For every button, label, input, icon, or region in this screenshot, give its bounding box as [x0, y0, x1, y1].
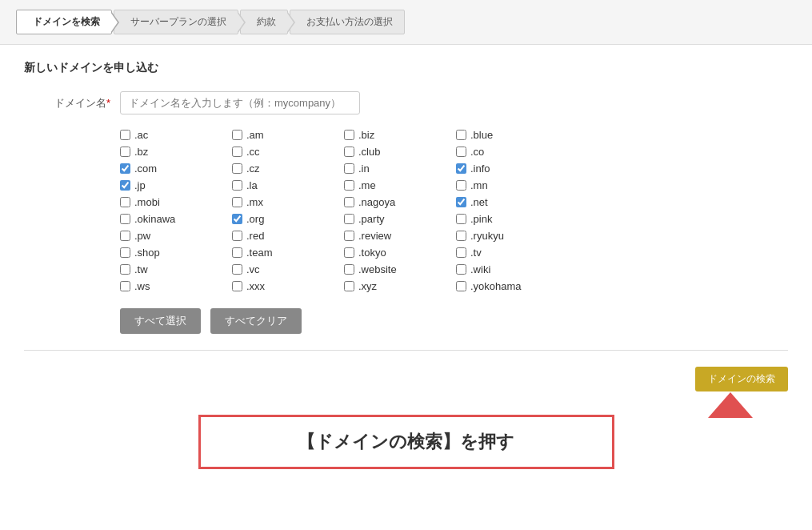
checkbox-red[interactable]: [232, 231, 242, 241]
checkbox-pw[interactable]: [120, 231, 130, 241]
button-row: すべて選択 すべてクリア: [120, 308, 788, 334]
checkbox-party[interactable]: [344, 214, 354, 224]
checkbox-ws[interactable]: [120, 281, 130, 291]
clear-all-button[interactable]: すべてクリア: [210, 308, 302, 334]
checkbox-co[interactable]: [456, 147, 466, 157]
domain-label-com: .com: [134, 163, 157, 175]
domain-label-pw: .pw: [134, 230, 150, 242]
checkbox-club[interactable]: [344, 147, 354, 157]
checkbox-ryukyu[interactable]: [456, 231, 466, 241]
checkbox-la[interactable]: [232, 180, 242, 191]
checkbox-item-nagoya[interactable]: .nagoya: [344, 196, 456, 208]
checkbox-review[interactable]: [344, 231, 354, 241]
domain-label-mx: .mx: [246, 196, 263, 208]
checkbox-item-blue[interactable]: .blue: [456, 129, 568, 141]
checkbox-yokohama[interactable]: [456, 281, 466, 291]
checkbox-item-shop[interactable]: .shop: [120, 247, 232, 259]
search-domain-button[interactable]: ドメインの検索: [695, 367, 788, 391]
breadcrumb-item-2[interactable]: 約款: [240, 10, 288, 34]
checkbox-item-mx[interactable]: .mx: [232, 196, 344, 208]
checkbox-item-vc[interactable]: .vc: [232, 263, 344, 275]
checkbox-item-in[interactable]: .in: [344, 163, 456, 175]
checkbox-blue[interactable]: [456, 130, 466, 140]
checkbox-item-la[interactable]: .la: [232, 179, 344, 191]
checkbox-xxx[interactable]: [232, 281, 242, 291]
checkbox-item-info[interactable]: .info: [456, 163, 568, 175]
domain-label-cc: .cc: [246, 146, 260, 158]
checkbox-am[interactable]: [232, 130, 242, 140]
checkbox-item-okinawa[interactable]: .okinawa: [120, 213, 232, 225]
checkbox-item-tw[interactable]: .tw: [120, 263, 232, 275]
checkbox-item-club[interactable]: .club: [344, 146, 456, 158]
checkbox-item-me[interactable]: .me: [344, 179, 456, 191]
checkbox-jp[interactable]: [120, 180, 130, 191]
checkbox-wiki[interactable]: [456, 264, 466, 275]
checkbox-item-wiki[interactable]: .wiki: [456, 263, 568, 275]
checkbox-cz[interactable]: [232, 163, 242, 174]
checkbox-me[interactable]: [344, 180, 354, 191]
checkbox-item-website[interactable]: .website: [344, 263, 456, 275]
checkbox-item-org[interactable]: .org: [232, 213, 344, 225]
checkbox-net[interactable]: [456, 197, 466, 207]
checkbox-biz[interactable]: [344, 130, 354, 140]
checkbox-item-pw[interactable]: .pw: [120, 230, 232, 242]
checkbox-item-red[interactable]: .red: [232, 230, 344, 242]
checkbox-item-co[interactable]: .co: [456, 146, 568, 158]
checkbox-mn[interactable]: [456, 180, 466, 191]
checkbox-item-cc[interactable]: .cc: [232, 146, 344, 158]
checkbox-item-tv[interactable]: .tv: [456, 247, 568, 259]
checkbox-cc[interactable]: [232, 147, 242, 157]
checkbox-item-ws[interactable]: .ws: [120, 280, 232, 292]
domain-input[interactable]: [120, 91, 360, 114]
checkbox-tw[interactable]: [120, 264, 130, 275]
checkbox-item-biz[interactable]: .biz: [344, 129, 456, 141]
domain-label-wiki: .wiki: [470, 263, 490, 275]
checkbox-in[interactable]: [344, 163, 354, 174]
checkbox-item-net[interactable]: .net: [456, 196, 568, 208]
domain-label-me: .me: [358, 179, 376, 191]
checkbox-bz[interactable]: [120, 147, 130, 157]
checkbox-item-mn[interactable]: .mn: [456, 179, 568, 191]
checkbox-item-cz[interactable]: .cz: [232, 163, 344, 175]
checkbox-item-com[interactable]: .com: [120, 163, 232, 175]
checkbox-tokyo[interactable]: [344, 247, 354, 258]
checkbox-shop[interactable]: [120, 247, 130, 258]
checkbox-vc[interactable]: [232, 264, 242, 275]
checkbox-item-team[interactable]: .team: [232, 247, 344, 259]
checkbox-website[interactable]: [344, 264, 354, 275]
checkbox-item-xyz[interactable]: .xyz: [344, 280, 456, 292]
checkbox-xyz[interactable]: [344, 281, 354, 291]
breadcrumb-item-1[interactable]: サーバープランの選択: [114, 10, 238, 34]
checkbox-mx[interactable]: [232, 197, 242, 207]
checkbox-item-jp[interactable]: .jp: [120, 179, 232, 191]
checkbox-ac[interactable]: [120, 130, 130, 140]
checkbox-org[interactable]: [232, 214, 242, 224]
checkbox-item-party[interactable]: .party: [344, 213, 456, 225]
checkbox-item-xxx[interactable]: .xxx: [232, 280, 344, 292]
bottom-section: ドメインの検索 【ドメインの検索】を押す: [24, 367, 788, 527]
domain-label-xyz: .xyz: [358, 280, 377, 292]
checkbox-item-tokyo[interactable]: .tokyo: [344, 247, 456, 259]
checkbox-nagoya[interactable]: [344, 197, 354, 207]
checkbox-okinawa[interactable]: [120, 214, 130, 224]
checkbox-team[interactable]: [232, 247, 242, 258]
checkbox-item-ac[interactable]: .ac: [120, 129, 232, 141]
domain-label-xxx: .xxx: [246, 280, 265, 292]
checkbox-item-pink[interactable]: .pink: [456, 213, 568, 225]
checkbox-info[interactable]: [456, 163, 466, 174]
domain-label-nagoya: .nagoya: [358, 196, 395, 208]
checkbox-item-yokohama[interactable]: .yokohama: [456, 280, 568, 292]
domain-label-red: .red: [246, 230, 264, 242]
checkbox-item-am[interactable]: .am: [232, 129, 344, 141]
checkbox-tv[interactable]: [456, 247, 466, 258]
checkbox-com[interactable]: [120, 163, 130, 174]
breadcrumb-item-3[interactable]: お支払い方法の選択: [290, 10, 405, 34]
checkbox-item-bz[interactable]: .bz: [120, 146, 232, 158]
select-all-button[interactable]: すべて選択: [120, 308, 201, 334]
checkbox-item-mobi[interactable]: .mobi: [120, 196, 232, 208]
checkbox-pink[interactable]: [456, 214, 466, 224]
checkbox-item-ryukyu[interactable]: .ryukyu: [456, 230, 568, 242]
checkbox-item-review[interactable]: .review: [344, 230, 456, 242]
checkbox-mobi[interactable]: [120, 197, 130, 207]
main-content: 新しいドメインを申し込む ドメイン名* .ac.am.biz.blue.bz.c…: [0, 45, 812, 530]
